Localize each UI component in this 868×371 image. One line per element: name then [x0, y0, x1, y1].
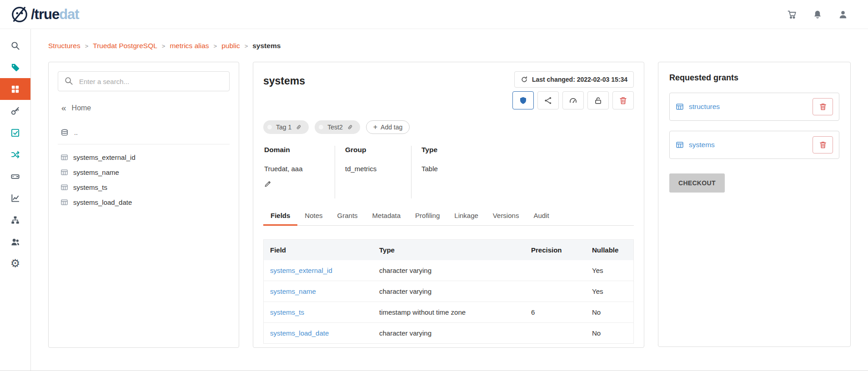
tab-linkage[interactable]: Linkage: [447, 207, 486, 226]
key-icon: [10, 106, 20, 116]
meta-row: Domain Truedat, aaa Group td_metr: [263, 146, 634, 198]
topbar: /truedat: [0, 0, 868, 29]
grant-link[interactable]: structures: [676, 103, 720, 111]
sidebar-item-users[interactable]: [0, 231, 30, 252]
remove-grant-button[interactable]: [813, 98, 833, 115]
users-icon: [10, 237, 20, 247]
edit-domain-button[interactable]: [264, 180, 272, 188]
share-icon: [544, 96, 552, 105]
list-item[interactable]: systems_name: [58, 165, 230, 180]
owl-logo-icon: [10, 5, 29, 24]
tab-profiling[interactable]: Profiling: [408, 207, 447, 226]
field-nullable: Yes: [586, 260, 633, 281]
column-header-field: Field: [264, 240, 373, 260]
unlock-button[interactable]: [587, 91, 609, 109]
refresh-icon: [521, 76, 528, 83]
table-icon: [60, 153, 68, 161]
drive-icon: [10, 172, 20, 181]
tab-fields[interactable]: Fields: [263, 207, 297, 226]
list-item[interactable]: systems_external_id: [58, 150, 230, 165]
tag-chip[interactable]: Test2: [315, 120, 360, 134]
plus-icon: +: [373, 123, 377, 131]
topbar-actions: [787, 10, 848, 20]
checkout-button[interactable]: CHECKOUT: [669, 173, 725, 193]
list-item-label: systems_external_id: [73, 153, 135, 161]
database-icon: [60, 129, 69, 137]
tag-icon: [10, 63, 20, 72]
tab-metadata[interactable]: Metadata: [365, 207, 408, 226]
breadcrumb-system[interactable]: Truedat PostgreSQL: [93, 42, 157, 50]
field-type: character varying: [373, 281, 525, 302]
sidebar-item-tags[interactable]: [0, 56, 30, 78]
breadcrumb-separator: >: [85, 43, 89, 49]
home-label: Home: [72, 104, 91, 112]
meta-label: Group: [345, 146, 401, 154]
sidebar-item-sources[interactable]: [0, 165, 30, 187]
bell-icon[interactable]: [813, 10, 823, 20]
field-type: character varying: [373, 323, 525, 344]
sidebar-item-quality[interactable]: [0, 122, 30, 143]
share-button[interactable]: [537, 91, 559, 109]
table-icon: [676, 103, 684, 111]
field-precision: [525, 281, 586, 302]
search-icon: [64, 76, 73, 85]
protect-button[interactable]: [512, 91, 534, 109]
list-item-label: systems_load_date: [73, 198, 132, 206]
action-buttons: [512, 91, 634, 109]
hierarchy-icon: [10, 215, 20, 225]
breadcrumb-database[interactable]: metrics alias: [170, 42, 209, 50]
structures-grid-icon: [10, 84, 20, 94]
sidebar-item-permissions[interactable]: [0, 100, 30, 122]
tab-grants[interactable]: Grants: [330, 207, 365, 226]
meta-value: Truedat, aaa: [264, 165, 325, 173]
field-type: character varying: [373, 260, 525, 281]
table-icon: [60, 168, 68, 176]
table-icon: [676, 141, 684, 149]
add-tag-button[interactable]: + Add tag: [366, 120, 410, 134]
user-icon[interactable]: [838, 10, 848, 20]
breadcrumb-structures[interactable]: Structures: [48, 42, 80, 50]
last-changed-label: Last changed: 2022-02-03 15:34: [532, 76, 627, 83]
tags-row: Tag 1 Test2: [263, 120, 634, 134]
pencil-icon: [264, 180, 272, 188]
home-link[interactable]: « Home: [61, 103, 230, 113]
tab-audit[interactable]: Audit: [526, 207, 556, 226]
table-icon: [60, 183, 68, 191]
cart-icon[interactable]: [787, 10, 797, 20]
profile-execution-button[interactable]: [562, 91, 584, 109]
parent-directory-item[interactable]: ..: [58, 129, 230, 144]
search-box: [58, 71, 230, 91]
sidebar-item-dashboards[interactable]: [0, 187, 30, 209]
grant-link[interactable]: systems: [676, 141, 715, 149]
truedat-logo[interactable]: /truedat: [10, 5, 79, 24]
refresh-last-changed[interactable]: Last changed: 2022-02-03 15:34: [514, 71, 634, 88]
field-link[interactable]: systems_name: [270, 287, 316, 295]
sidebar-item-taxonomy[interactable]: [0, 209, 30, 231]
detail-tabs: Fields Notes Grants Metadata Profiling L…: [263, 207, 634, 226]
search-input[interactable]: [58, 71, 230, 91]
meta-label: Type: [421, 146, 624, 154]
grants-title: Requested grants: [669, 73, 839, 83]
field-link[interactable]: systems_load_date: [270, 329, 329, 337]
column-header-precision: Precision: [525, 240, 586, 260]
field-link[interactable]: systems_ts: [270, 308, 304, 316]
trash-icon: [819, 141, 827, 149]
sidebar-item-settings[interactable]: ⚙: [0, 252, 30, 274]
grant-card: structures: [669, 93, 839, 121]
remove-grant-button[interactable]: [813, 136, 833, 153]
sidebar-item-structures[interactable]: [0, 78, 30, 100]
settings-gear-icon: ⚙: [10, 258, 20, 269]
list-item[interactable]: systems_ts: [58, 180, 230, 195]
field-precision: [525, 323, 586, 344]
tag-chip[interactable]: Tag 1: [263, 120, 309, 134]
field-nullable: No: [586, 302, 633, 323]
breadcrumb-schema[interactable]: public: [221, 42, 240, 50]
link-icon: [296, 124, 302, 130]
delete-structure-button[interactable]: [612, 91, 634, 109]
sidebar-item-search[interactable]: [0, 35, 30, 56]
tab-versions[interactable]: Versions: [486, 207, 527, 226]
field-link[interactable]: systems_external_id: [270, 267, 332, 274]
sidebar-item-lineage[interactable]: [0, 143, 30, 165]
list-item[interactable]: systems_load_date: [58, 195, 230, 210]
tab-notes[interactable]: Notes: [297, 207, 330, 226]
